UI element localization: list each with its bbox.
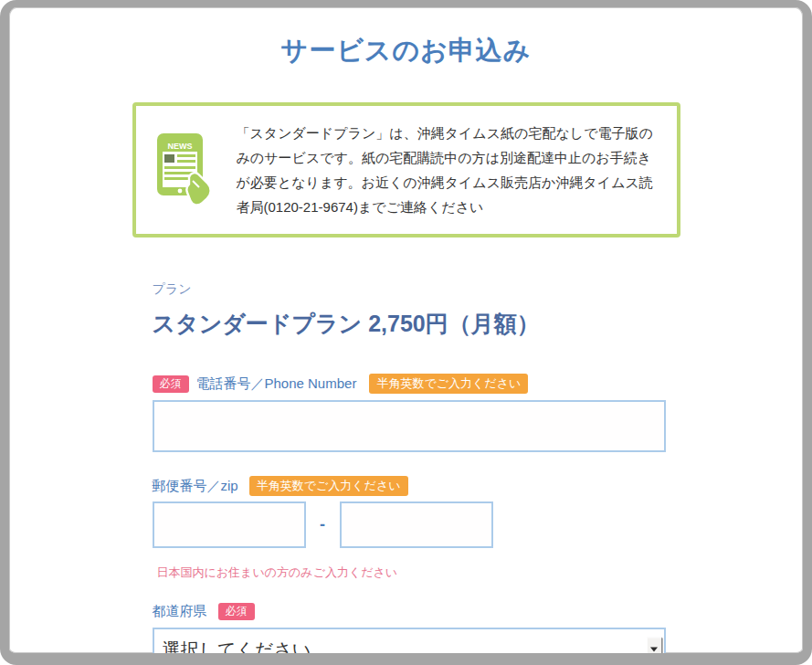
hand-icon [186, 173, 210, 205]
zip-input-first[interactable] [153, 501, 306, 548]
page-title: サービスのお申込み [132, 33, 680, 69]
zip-domestic-note: 日本国内にお住まいの方のみご入力ください [157, 565, 666, 581]
prefecture-label: 都道府県 [153, 603, 207, 620]
phone-field-group: 必須 電話番号／Phone Number 半角英数でご入力ください [153, 374, 666, 452]
required-badge: 必須 [153, 375, 189, 393]
prefecture-select-wrap: 選択してください [153, 628, 666, 665]
plan-notice-text: 「スタンダードプラン」は、沖縄タイムス紙の宅配なしで電子版のみのサービスです。紙… [237, 121, 664, 219]
prefecture-field-group: 都道府県 必須 選択してください [153, 603, 666, 665]
form-content: サービスのお申込み NEWS [132, 7, 680, 665]
prefecture-select[interactable]: 選択してください [153, 628, 666, 665]
plan-section-label: プラン [153, 281, 666, 298]
form-area: プラン スタンダードプラン 2,750円（月額） 必須 電話番号／Phone N… [132, 281, 680, 665]
halfwidth-note-badge: 半角英数でご入力ください [369, 374, 528, 394]
news-banner-label: NEWS [167, 142, 192, 151]
news-tablet-icon: NEWS [156, 132, 213, 208]
phone-input[interactable] [153, 400, 666, 452]
zip-field-group: 郵便番号／zip 半角英数でご入力ください - 日本国内にお住まいの方のみご入力… [153, 476, 666, 581]
zip-input-second[interactable] [340, 501, 493, 548]
plan-notice-box: NEWS 「スタンダードプラン」は、沖縄タイムス紙の宅配なしで電子版のみのサービ… [132, 102, 680, 238]
home-button [177, 189, 182, 194]
required-badge: 必須 [218, 603, 255, 620]
plan-title: スタンダードプラン 2,750円（月額） [153, 309, 666, 339]
phone-label: 電話番号／Phone Number [196, 375, 357, 393]
application-window: サービスのお申込み NEWS [0, 0, 812, 665]
zip-separator: - [306, 515, 340, 534]
halfwidth-note-badge: 半角英数でご入力ください [249, 476, 408, 496]
zip-label: 郵便番号／zip [153, 478, 238, 495]
